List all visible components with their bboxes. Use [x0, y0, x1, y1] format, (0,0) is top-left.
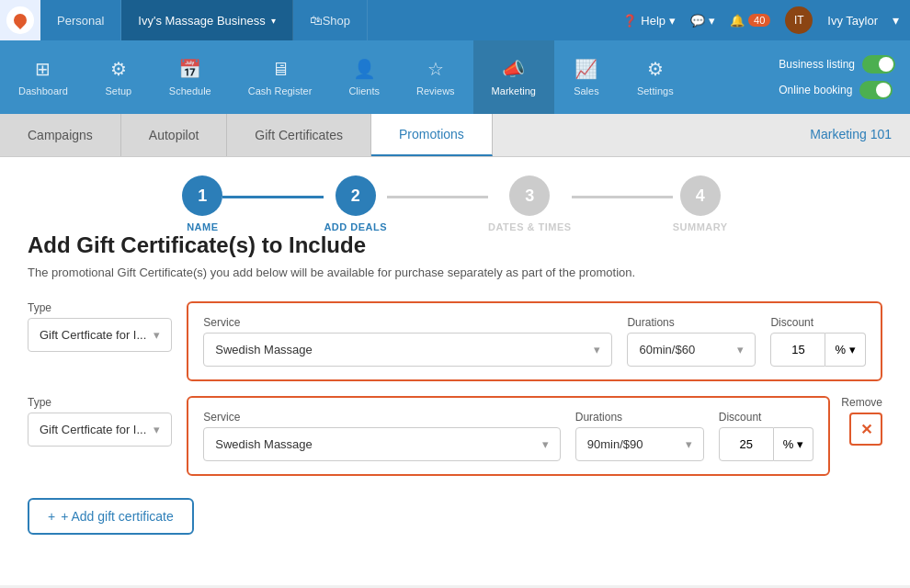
chevron-down-icon: ▾ [893, 13, 899, 28]
top-nav: Personal Ivy's Massage Business ▾ 🛍 Shop… [0, 0, 910, 40]
section-title: Add Gift Certificate(s) to Include [28, 232, 882, 258]
add-gift-certificate-button[interactable]: + + Add gift certificate [28, 498, 194, 535]
nav-marketing[interactable]: 📣 Marketing [473, 40, 554, 114]
discount-input-1[interactable] [770, 333, 825, 367]
duration-select-2[interactable]: 90min/$90 ▾ [575, 427, 704, 461]
duration-select-1[interactable]: 60min/$60 ▾ [627, 333, 756, 367]
step-1: 1 NAME [182, 175, 222, 232]
type-select-1[interactable]: Gift Certficate for I... ▾ [28, 318, 172, 352]
service-label-1: Service [203, 316, 612, 329]
nav-clients[interactable]: 👤 Clients [330, 40, 398, 114]
chevron-down-icon: ▾ [797, 437, 803, 451]
section-description: The promotional Gift Certificate(s) you … [28, 266, 882, 279]
type-select-2[interactable]: Gift Certficate for I... ▾ [28, 413, 172, 447]
tab-gift-certificates[interactable]: Gift Certificates [227, 114, 371, 156]
chevron-down-icon: ▾ [737, 343, 744, 356]
help-icon: ❓ [622, 14, 637, 28]
remove-column: Remove ✕ [830, 396, 882, 446]
tab-campaigns[interactable]: Campaigns [0, 114, 121, 156]
nav-setup[interactable]: ⚙ Setup [86, 40, 151, 114]
dashboard-icon: ⊞ [35, 58, 51, 80]
durations-label-2: Durations [575, 411, 704, 424]
service-field-2: Service Swedish Massage ▾ [203, 411, 560, 461]
durations-field-2: Durations 90min/$90 ▾ [575, 411, 704, 461]
second-nav: ⊞ Dashboard ⚙ Setup 📅 Schedule 🖥 Cash Re… [0, 40, 910, 114]
plus-icon: + [48, 509, 55, 524]
step-label-2: ADD DEALS [324, 221, 387, 232]
avatar: IT [785, 6, 813, 34]
gift-certificate-row-2: Type Gift Certficate for I... ▾ Service … [28, 396, 882, 476]
nav-sales[interactable]: 📈 Sales [554, 40, 619, 114]
chevron-down-icon: ▾ [686, 437, 692, 451]
tab-autopilot[interactable]: Autopilot [121, 114, 227, 156]
service-select-1[interactable]: Swedish Massage ▾ [203, 333, 612, 367]
type-field-1: Type Gift Certficate for I... ▾ [28, 301, 172, 352]
user-name[interactable]: Ivy Taylor [827, 14, 878, 28]
chevron-down-icon: ▾ [154, 423, 160, 436]
step-label-4: SUMMARY [673, 221, 728, 232]
step-3: 3 DATES & TIMES [488, 175, 572, 232]
register-icon: 🖥 [271, 59, 290, 80]
top-nav-tabs: Personal Ivy's Massage Business ▾ 🛍 Shop [40, 0, 368, 40]
notifications-button[interactable]: 🔔 40 [730, 14, 770, 28]
type-label-1: Type [28, 301, 172, 314]
discount-field-2: Discount % ▾ [719, 411, 814, 461]
tab-personal[interactable]: Personal [40, 0, 121, 40]
nav-settings[interactable]: ⚙ Settings [619, 40, 692, 114]
discount-field-1: Discount % ▾ [770, 316, 866, 367]
durations-label-1: Durations [627, 316, 756, 329]
step-4: 4 SUMMARY [673, 175, 728, 232]
settings-icon: ⚙ [647, 58, 664, 80]
nav-reviews[interactable]: ☆ Reviews [398, 40, 473, 114]
nav-schedule[interactable]: 📅 Schedule [151, 40, 230, 114]
gift-certificate-row-1: Type Gift Certficate for I... ▾ Service … [28, 301, 882, 381]
step-2: 2 ADD DEALS [324, 175, 387, 232]
step-connector-2 [387, 196, 488, 198]
step-circle-3: 3 [509, 175, 550, 216]
chat-button[interactable]: 💬 ▾ [690, 14, 715, 28]
tab-promotions[interactable]: Promotions [371, 114, 493, 156]
discount-group-2: % ▾ [719, 427, 814, 461]
online-booking-toggle[interactable] [859, 81, 893, 99]
nav-cash-register[interactable]: 🖥 Cash Register [230, 40, 331, 114]
discount-group-1: % ▾ [770, 333, 866, 367]
megaphone-icon: 📣 [502, 58, 525, 80]
bell-icon: 🔔 [730, 14, 745, 28]
service-label-2: Service [203, 411, 560, 424]
help-button[interactable]: ❓ Help ▾ [622, 14, 676, 28]
business-toggles: Business listing Online booking [779, 40, 910, 114]
gear-icon: ⚙ [110, 58, 127, 80]
remove-button-2[interactable]: ✕ [849, 413, 882, 446]
nav-right: ❓ Help ▾ 💬 ▾ 🔔 40 IT Ivy Taylor ▾ [622, 6, 910, 34]
tab-shop[interactable]: 🛍 Shop [293, 0, 368, 40]
chevron-down-icon: ▾ [594, 343, 600, 356]
business-listing-toggle[interactable] [862, 55, 895, 74]
chat-icon: 💬 [690, 14, 705, 28]
business-listing-toggle-row: Business listing [779, 55, 895, 74]
nav-dashboard[interactable]: ⊞ Dashboard [0, 40, 86, 114]
discount-input-2[interactable] [719, 427, 774, 461]
step-circle-1: 1 [182, 175, 222, 216]
star-icon: ☆ [427, 58, 444, 80]
shop-icon: 🛍 [310, 13, 323, 28]
discount-unit-2[interactable]: % ▾ [774, 427, 814, 461]
step-circle-2: 2 [336, 175, 376, 216]
chevron-down-icon: ▾ [154, 328, 160, 342]
chevron-down-icon: ▾ [271, 16, 276, 26]
chevron-down-icon: ▾ [669, 14, 676, 28]
discount-label-1: Discount [770, 316, 866, 329]
chevron-down-icon: ▾ [542, 437, 549, 451]
online-booking-toggle-row: Online booking [779, 81, 895, 99]
step-connector-1 [222, 196, 324, 198]
discount-label-2: Discount [719, 411, 814, 424]
discount-unit-1[interactable]: % ▾ [825, 333, 866, 367]
person-icon: 👤 [353, 58, 376, 80]
step-label-1: NAME [187, 221, 218, 232]
main-content: 1 NAME 2 ADD DEALS 3 DATES & TIMES 4 SUM… [0, 157, 910, 585]
service-field-1: Service Swedish Massage ▾ [203, 316, 612, 367]
service-select-2[interactable]: Swedish Massage ▾ [203, 427, 560, 461]
logo-circle [6, 6, 34, 34]
marketing-101-link[interactable]: Marketing 101 [791, 114, 910, 156]
tab-business[interactable]: Ivy's Massage Business ▾ [121, 0, 292, 40]
tabs-row: Campaigns Autopilot Gift Certificates Pr… [0, 114, 910, 157]
